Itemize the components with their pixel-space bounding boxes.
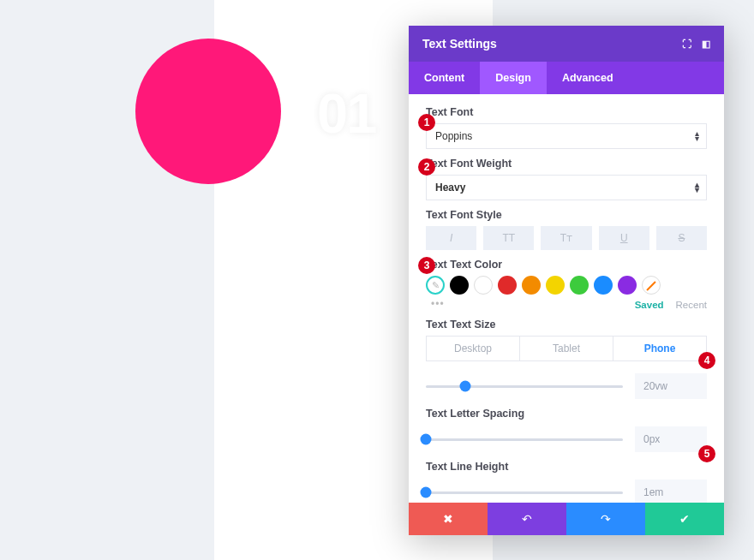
font-label: Text Font	[426, 106, 707, 118]
device-tab-phone[interactable]: Phone	[613, 337, 706, 360]
tab-content[interactable]: Content	[409, 62, 480, 94]
eyedropper-swatch[interactable]: ✎	[426, 276, 445, 295]
select-arrows-icon: ▴▾	[695, 131, 699, 141]
uppercase-button[interactable]: TT	[483, 226, 534, 250]
color-swatch-yellow[interactable]	[546, 276, 565, 295]
panel-tabs: Content Design Advanced	[409, 62, 724, 94]
color-swatch-purple[interactable]	[618, 276, 637, 295]
callout-badge-3: 3	[418, 257, 435, 274]
callout-badge-1: 1	[418, 114, 435, 131]
size-label: Text Text Size	[426, 319, 707, 331]
text-size-slider[interactable]	[426, 385, 623, 388]
weight-value: Heavy	[435, 182, 465, 194]
line-height-slider[interactable]	[426, 491, 623, 494]
snap-icon[interactable]: ◧	[702, 39, 710, 50]
callout-badge-5: 5	[698, 445, 715, 462]
strikethrough-button[interactable]: S	[656, 226, 707, 250]
tab-advanced[interactable]: Advanced	[547, 62, 629, 94]
select-arrows-icon: ▴▾	[695, 182, 699, 193]
text-size-input[interactable]: 20vw	[635, 373, 707, 399]
pink-circle-shape	[135, 39, 281, 184]
letter-spacing-label: Text Letter Spacing	[426, 408, 707, 420]
device-tab-tablet[interactable]: Tablet	[520, 337, 613, 360]
weight-select[interactable]: Heavy ▴▾	[426, 175, 707, 200]
letter-spacing-slider[interactable]	[426, 438, 623, 441]
line-height-input[interactable]: 1em	[635, 480, 707, 503]
section-number: 01	[317, 81, 375, 146]
color-swatch-white[interactable]	[474, 276, 493, 295]
font-value: Poppins	[435, 130, 472, 142]
tab-design[interactable]: Design	[480, 62, 547, 94]
expand-icon[interactable]: ⛶	[682, 39, 691, 50]
color-swatch-black[interactable]	[450, 276, 469, 295]
color-swatch-none[interactable]	[642, 276, 661, 295]
color-swatch-blue[interactable]	[594, 276, 613, 295]
color-label: Text Text Color	[426, 259, 707, 271]
save-button[interactable]: ✔	[645, 503, 724, 535]
font-style-group: I TT Tᴛ U S	[426, 226, 707, 250]
panel-title: Text Settings	[422, 37, 497, 51]
letter-spacing-input[interactable]: 0px	[635, 426, 707, 452]
smallcaps-button[interactable]: Tᴛ	[541, 226, 591, 250]
callout-badge-2: 2	[418, 158, 435, 176]
color-swatch-orange[interactable]	[522, 276, 541, 295]
line-height-label: Text Line Height	[426, 461, 707, 473]
callout-badge-4: 4	[698, 352, 715, 369]
color-swatch-red[interactable]	[498, 276, 517, 295]
undo-button[interactable]: ↶	[488, 503, 566, 535]
device-tabs: Desktop Tablet Phone	[426, 336, 707, 361]
cancel-button[interactable]: ✖	[409, 503, 488, 535]
italic-button[interactable]: I	[426, 226, 476, 250]
weight-label: Text Font Weight	[426, 158, 707, 170]
font-select[interactable]: Poppins ▴▾	[426, 123, 707, 149]
panel-footer: ✖ ↶ ↷ ✔	[409, 503, 724, 535]
panel-header: Text Settings ⛶ ◧	[409, 26, 724, 62]
panel-body: Text Font Poppins ▴▾ Text Font Weight He…	[409, 94, 724, 503]
palette-recent-tab[interactable]: Recent	[676, 300, 707, 310]
color-swatches: ✎	[426, 276, 707, 295]
style-label: Text Font Style	[426, 209, 707, 221]
palette-saved-tab[interactable]: Saved	[635, 300, 664, 310]
underline-button[interactable]: U	[599, 226, 649, 250]
device-tab-desktop[interactable]: Desktop	[427, 337, 520, 360]
color-swatch-green[interactable]	[570, 276, 589, 295]
settings-panel: Text Settings ⛶ ◧ Content Design Advance…	[409, 26, 724, 535]
redo-button[interactable]: ↷	[566, 503, 645, 535]
